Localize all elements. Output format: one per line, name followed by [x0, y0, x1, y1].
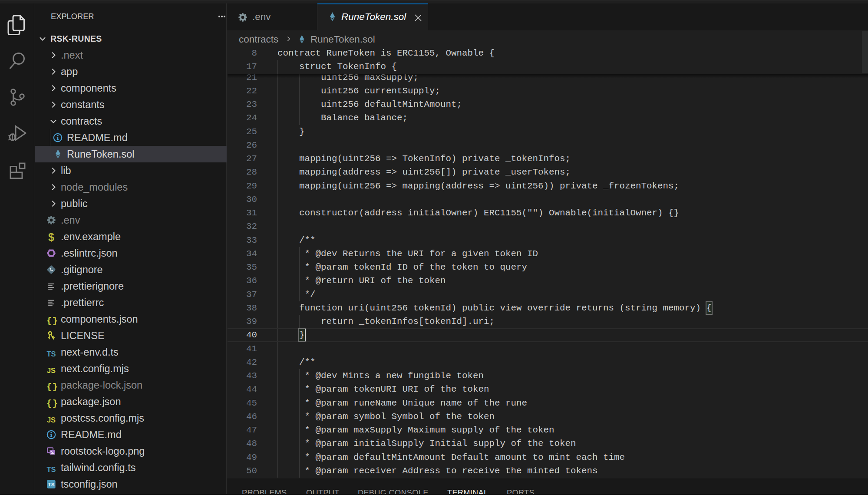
svg-text:TS: TS: [48, 482, 55, 487]
